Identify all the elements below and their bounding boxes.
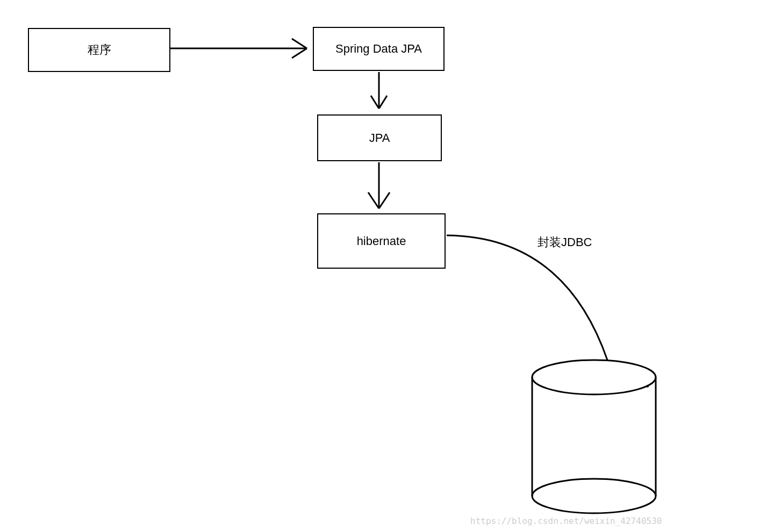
svg-line-4	[371, 96, 379, 109]
svg-line-1	[292, 39, 307, 48]
svg-line-7	[368, 192, 379, 209]
database-cylinder-icon	[532, 360, 656, 513]
box-jpa: JPA	[317, 114, 442, 161]
svg-point-10	[532, 360, 656, 394]
svg-line-2	[292, 48, 307, 58]
arrow-program-to-spring	[170, 39, 307, 58]
connector-hibernate-to-database	[447, 235, 607, 360]
box-hibernate-label: hibernate	[357, 234, 406, 248]
arrow-jpa-to-hibernate	[368, 162, 390, 209]
box-hibernate: hibernate	[317, 213, 446, 269]
watermark-text: https://blog.csdn.net/weixin_42740530	[470, 516, 662, 526]
annotation-jdbc: 封装JDBC	[538, 234, 592, 250]
svg-line-5	[379, 96, 387, 109]
box-program: 程序	[28, 28, 170, 72]
box-program-label: 程序	[88, 42, 111, 58]
annotation-jdbc-label: 封装JDBC	[538, 235, 592, 249]
box-jpa-label: JPA	[369, 131, 390, 145]
svg-point-9	[647, 385, 649, 387]
svg-line-8	[379, 192, 390, 209]
box-spring-data-jpa-label: Spring Data JPA	[335, 42, 422, 56]
arrow-spring-to-jpa	[371, 72, 387, 109]
box-spring-data-jpa: Spring Data JPA	[313, 27, 445, 71]
